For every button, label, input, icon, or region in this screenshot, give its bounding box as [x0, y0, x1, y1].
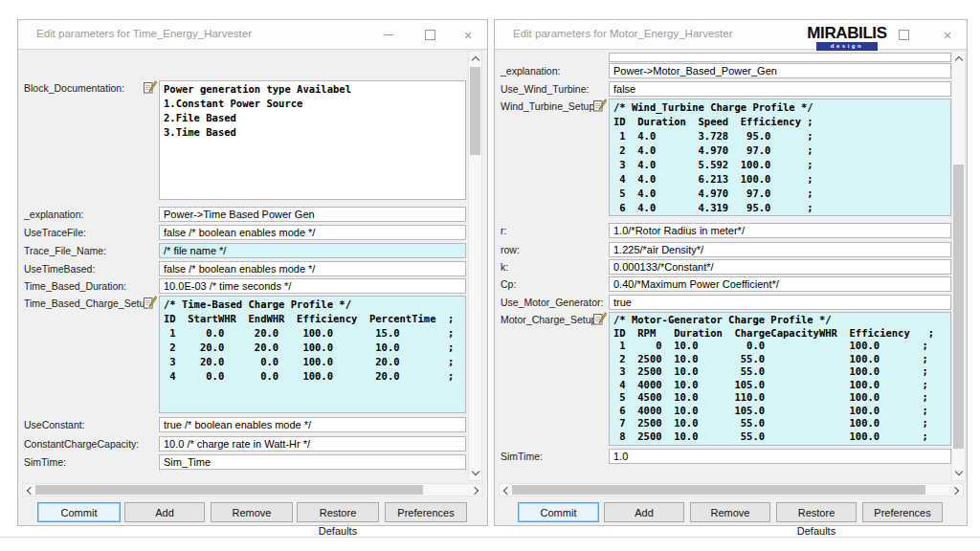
label-explanation: _explanation:	[24, 209, 83, 220]
edit-note-icon[interactable]	[593, 99, 607, 112]
commit-button[interactable]: Commit	[518, 502, 599, 522]
label-time-based-duration: Time_Based_Duration:	[24, 280, 126, 292]
edit-note-icon[interactable]	[144, 296, 157, 309]
motor-charge-setup-table[interactable]: /* Motor-Generator Charge Profile */ ID …	[609, 312, 951, 446]
add-button[interactable]: Add	[604, 502, 684, 522]
label-use-time-based: UseTimeBased:	[24, 263, 95, 275]
block-documentation-textarea[interactable]: Power generation type Availabel 1.Consta…	[159, 80, 466, 200]
label-use-trace-file: UseTraceFile:	[24, 227, 86, 238]
chevron-right-icon	[471, 486, 479, 494]
label-r: r:	[501, 225, 506, 236]
vertical-scroll-thumb[interactable]	[470, 67, 480, 155]
close-icon: ×	[944, 29, 951, 42]
label-time-based-charge-setup: Time_Based_Charge_Setup:	[24, 298, 153, 309]
explanation-field[interactable]: Power->Motor_Based_Power_Gen	[609, 63, 951, 78]
label-cp: Cp:	[501, 278, 516, 290]
preferences-button[interactable]: Preferences	[385, 502, 467, 522]
label-explanation: _explanation:	[501, 65, 560, 77]
label-use-constant: UseConstant:	[24, 419, 85, 430]
chevron-down-icon	[471, 468, 479, 475]
explanation-field[interactable]: Power->Time Based Power Gen	[159, 207, 466, 222]
maximize-button[interactable]	[889, 26, 918, 44]
k-field[interactable]: 0.000133/*Constant*/	[609, 259, 951, 275]
label-motor-charge-setup: Motor_Charge_Setup:	[501, 314, 599, 325]
edit-note-icon[interactable]	[144, 80, 157, 94]
time-based-duration-field[interactable]: 10.0E-03 /* time seconds */	[159, 278, 466, 294]
titlebar[interactable]: Edit parameters for Motor_Energy_Harvest…	[495, 20, 967, 50]
use-wind-turbine-field[interactable]: false	[609, 81, 951, 97]
trace-file-name-field[interactable]: /* file name */	[159, 243, 466, 258]
cp-field[interactable]: 0.40/*Maximum Power Coefficient*/	[609, 276, 951, 292]
label-wind-turbine-setup: Wind_Turbine_Setup:	[501, 100, 597, 112]
label-sim-time: SimTime:	[501, 451, 543, 462]
close-icon: ×	[464, 29, 472, 42]
horizontal-scroll-thumb[interactable]	[35, 485, 423, 495]
horizontal-scroll-thumb[interactable]	[512, 485, 925, 495]
wind-turbine-setup-table[interactable]: /* Wind_Turbine Charge Profile */ ID Dur…	[609, 99, 951, 216]
restore-defaults-button[interactable]: Restore Defaults	[297, 502, 379, 522]
scroll-up-arrow[interactable]	[952, 53, 965, 65]
scroll-left-arrow[interactable]	[500, 484, 512, 496]
label-k: k:	[501, 261, 508, 273]
add-button[interactable]: Add	[124, 502, 205, 522]
scroll-down-arrow[interactable]	[952, 467, 965, 479]
constant-charge-capacity-field[interactable]: 10.0 /* charge rate in Watt-Hr */	[159, 436, 466, 452]
use-trace-file-field[interactable]: false /* boolean enables mode */	[159, 225, 466, 240]
label-use-wind-turbine: Use_Wind_Turbine:	[501, 83, 589, 95]
chevron-down-icon	[954, 468, 962, 475]
window-time-energy-harvester: Edit parameters for Time_Energy_Harveste…	[17, 19, 488, 526]
titlebar[interactable]: Edit parameters for Time_Energy_Harveste…	[18, 20, 487, 50]
edit-note-icon[interactable]	[593, 312, 607, 325]
window-motor-energy-harvester: Edit parameters for Motor_Energy_Harvest…	[494, 19, 968, 526]
maximize-button[interactable]	[415, 26, 444, 44]
window-title: Edit parameters for Motor_Energy_Harvest…	[513, 28, 732, 39]
chevron-left-icon	[503, 486, 511, 494]
label-constant-charge-capacity: ConstantChargeCapacity:	[24, 438, 139, 450]
vertical-scrollbar[interactable]	[468, 51, 482, 481]
remove-button[interactable]: Remove	[690, 502, 770, 522]
chevron-right-icon	[951, 486, 959, 494]
scroll-right-arrow[interactable]	[950, 484, 963, 496]
partial-field[interactable]	[609, 53, 951, 62]
r-field[interactable]: 1.0/*Rotor Radius in meter*/	[609, 223, 951, 238]
chevron-left-icon	[27, 486, 34, 494]
horizontal-scrollbar[interactable]	[22, 483, 483, 496]
minimize-button[interactable]	[374, 26, 403, 44]
use-constant-field[interactable]: true /* boolean enables mode */	[159, 417, 466, 432]
horizontal-scrollbar[interactable]	[499, 483, 964, 496]
remove-button[interactable]: Remove	[211, 502, 293, 522]
chevron-up-icon	[954, 56, 962, 64]
mirabilis-wordmark: MIRABILIS	[801, 25, 893, 41]
minimize-icon	[384, 34, 393, 35]
maximize-icon	[425, 30, 435, 40]
preferences-button[interactable]: Preferences	[862, 502, 943, 522]
mirabilis-design-bar: design	[816, 42, 878, 51]
use-motor-generator-field[interactable]: true	[609, 295, 951, 310]
restore-defaults-button[interactable]: Restore Defaults	[776, 502, 857, 522]
close-button[interactable]: ×	[933, 26, 962, 44]
row-field[interactable]: 1.225/*air Density*/	[609, 242, 951, 257]
sim-time-field[interactable]: 1.0	[609, 449, 951, 464]
commit-button[interactable]: Commit	[37, 502, 121, 522]
label-trace-file-name: Trace_File_Name:	[24, 245, 106, 256]
mirabilis-logo: MIRABILIS design	[801, 25, 893, 51]
use-time-based-field[interactable]: false /* boolean enables mode */	[159, 261, 466, 276]
chevron-up-icon	[471, 56, 479, 64]
scroll-right-arrow[interactable]	[470, 484, 482, 496]
screen-bottom-edge	[0, 537, 980, 538]
maximize-icon	[899, 30, 909, 40]
scroll-down-arrow[interactable]	[469, 467, 481, 479]
sim-time-field[interactable]: Sim_Time	[159, 454, 466, 470]
label-row: row:	[501, 244, 520, 255]
vertical-scrollbar[interactable]	[951, 51, 966, 481]
vertical-scroll-thumb[interactable]	[953, 165, 964, 449]
window-title: Edit parameters for Time_Energy_Harveste…	[36, 28, 252, 39]
label-block-documentation: Block_Documentation:	[24, 82, 124, 94]
scroll-left-arrow[interactable]	[23, 484, 35, 496]
scroll-up-arrow[interactable]	[469, 53, 481, 65]
time-based-charge-setup-table[interactable]: /* Time-Based Charge Profile */ ID Start…	[159, 296, 466, 413]
label-use-motor-generator: Use_Motor_Generator:	[501, 297, 603, 308]
close-button[interactable]: ×	[454, 26, 482, 44]
label-sim-time: SimTime:	[24, 456, 66, 468]
